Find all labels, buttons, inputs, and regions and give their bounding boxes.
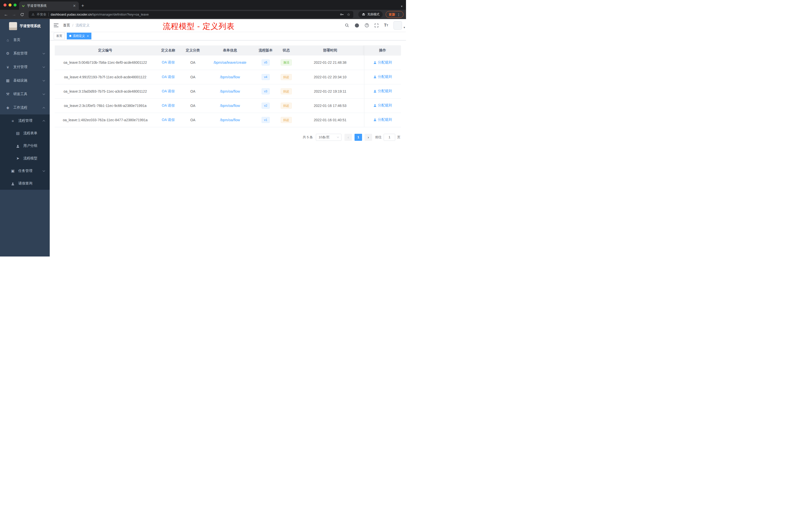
cell-form-info: /bpm/oa/flow xyxy=(205,98,255,113)
cell-form-info: /bpm/oa/leave/create xyxy=(205,56,255,70)
fullscreen-icon[interactable] xyxy=(374,23,379,28)
pagination: 共 5 条 10条/页 ‹ 1 › 前往 页 xyxy=(55,134,401,141)
definition-name-link[interactable]: OA 请假 xyxy=(162,103,174,108)
tag-home[interactable]: 首页 xyxy=(54,33,65,39)
bookmark-star-icon[interactable]: ☆ xyxy=(347,12,350,17)
assign-rule-link[interactable]: 分配规则 xyxy=(373,74,392,79)
address-bar[interactable]: ⚠ 不安全 dashboard.yudao.iocoder.cn/bpm/man… xyxy=(29,11,353,18)
main-area: 首页 / 流程定义 TT ▾ xyxy=(50,19,406,256)
breadcrumb-home-link[interactable]: 首页 xyxy=(63,23,70,28)
tab-strip-chevron-down-icon[interactable]: ▾ xyxy=(401,4,403,8)
page-size-select[interactable]: 10条/页 xyxy=(316,134,342,141)
help-icon[interactable] xyxy=(365,23,369,28)
cell-version: v5 xyxy=(255,56,276,70)
assign-rule-link[interactable]: 分配规则 xyxy=(373,117,392,122)
status-badge: 激活 xyxy=(281,59,292,65)
sidebar-item-label: 基础设施 xyxy=(13,78,27,83)
incognito-label: 无痕模式 xyxy=(367,12,379,17)
definition-name-link[interactable]: OA 请假 xyxy=(162,89,174,93)
form-info-link[interactable]: /bpm/oa/leave/create xyxy=(214,60,246,64)
sidebar-item-home[interactable]: ⌂ 首页 xyxy=(0,33,50,47)
browser-menu-kebab-icon[interactable]: ⋮ xyxy=(397,12,401,17)
goto-page-input[interactable] xyxy=(384,134,395,141)
sidebar-logo[interactable]: 芋道管理系统 xyxy=(0,19,50,33)
workflow-icon: ◈ xyxy=(5,105,10,110)
next-page-button[interactable]: › xyxy=(365,134,372,141)
definition-name-link[interactable]: OA 请假 xyxy=(162,118,174,122)
tag-process-definition[interactable]: 流程定义 × xyxy=(67,33,91,39)
form-info-link[interactable]: /bpm/oa/flow xyxy=(220,118,240,122)
cell-deploy-time: 2022-01-22 21:48:38 xyxy=(296,56,364,70)
url-host: dashboard.yudao.iocoder.cn xyxy=(51,12,92,16)
col-form-info: 表单信息 xyxy=(205,46,255,56)
search-icon[interactable] xyxy=(345,23,349,28)
tag-label: 流程定义 xyxy=(73,34,85,38)
url-text: dashboard.yudao.iocoder.cn/bpm/manager/d… xyxy=(51,12,149,16)
col-category: 定义分类 xyxy=(181,46,205,56)
new-tab-button[interactable]: + xyxy=(79,1,87,10)
github-icon[interactable] xyxy=(354,23,359,28)
tools-icon: ⚒ xyxy=(5,92,10,96)
definition-name-link[interactable]: OA 请假 xyxy=(162,60,174,64)
version-tag: v3 xyxy=(262,88,270,94)
chevron-down-icon xyxy=(43,170,45,172)
tab-close-icon[interactable]: ✕ xyxy=(72,4,76,8)
not-secure-icon: ⚠ xyxy=(32,12,35,16)
zoom-window-button[interactable] xyxy=(13,3,17,6)
definition-name-link[interactable]: OA 请假 xyxy=(162,75,174,79)
sidebar-item-system[interactable]: ⚙ 系统管理 xyxy=(0,47,50,60)
sidebar-item-user-group[interactable]: 用户分组 xyxy=(0,140,50,152)
assign-rule-label: 分配规则 xyxy=(378,117,392,122)
minimize-window-button[interactable] xyxy=(8,3,11,6)
form-info-link[interactable]: /bpm/oa/flow xyxy=(220,104,240,108)
assign-rule-label: 分配规则 xyxy=(378,89,392,93)
cell-definition-name: OA 请假 xyxy=(156,84,181,98)
cell-status: 挂起 xyxy=(276,70,296,84)
sidebar-item-leave-query[interactable]: 请假查询 xyxy=(0,177,50,190)
form-info-link[interactable]: /bpm/oa/flow xyxy=(220,89,240,93)
col-action: 操作 xyxy=(364,46,401,56)
back-button[interactable]: ← xyxy=(2,12,9,17)
browser-toolbar: ← → ⚠ 不安全 dashboard.yudao.iocoder.cn/bpm… xyxy=(0,10,406,19)
prev-page-button[interactable]: ‹ xyxy=(345,134,352,141)
font-size-icon[interactable]: TT xyxy=(384,23,388,28)
cell-definition-name: OA 请假 xyxy=(156,56,181,70)
sidebar-item-payment[interactable]: ¥ 支付管理 xyxy=(0,60,50,74)
page-1-button[interactable]: 1 xyxy=(354,134,362,141)
col-status: 状态 xyxy=(276,46,296,56)
form-info-link[interactable]: /bpm/oa/flow xyxy=(220,75,240,79)
sidebar-item-process-model[interactable]: ➤ 流程模型 xyxy=(0,152,50,164)
chevron-down-icon xyxy=(337,136,339,138)
password-key-icon[interactable] xyxy=(340,12,344,17)
sidebar-item-label: 流程表单 xyxy=(23,131,37,135)
cell-form-info: /bpm/oa/flow xyxy=(205,84,255,98)
sidebar-item-infrastructure[interactable]: ▦ 基础设施 xyxy=(0,74,50,87)
browser-update-button[interactable]: 更新 ⋮ xyxy=(386,11,404,18)
assign-rule-link[interactable]: 分配规则 xyxy=(373,89,392,93)
tag-close-icon[interactable]: × xyxy=(87,34,89,38)
sidebar-item-process-form[interactable]: ▤ 流程表单 xyxy=(0,127,50,140)
browser-tab-strip: 芋道管理系统 ✕ + ▾ xyxy=(0,0,406,10)
reload-button[interactable] xyxy=(19,12,26,17)
sidebar-item-workflow[interactable]: ◈ 工作流程 xyxy=(0,101,50,115)
app-title: 芋道管理系统 xyxy=(20,24,41,28)
hamburger-icon[interactable] xyxy=(54,24,58,27)
sidebar-item-devtools[interactable]: ⚒ 研发工具 xyxy=(0,87,50,101)
assign-rule-link[interactable]: 分配规则 xyxy=(373,60,392,65)
cell-category: OA xyxy=(181,56,205,70)
sidebar-item-process-management[interactable]: ≡ 流程管理 xyxy=(0,115,50,127)
user-avatar[interactable]: ▾ xyxy=(394,21,402,30)
assign-rule-link[interactable]: 分配规则 xyxy=(373,103,392,108)
person-icon xyxy=(373,104,377,107)
forward-button[interactable]: → xyxy=(10,12,18,17)
tab-title: 芋道管理系统 xyxy=(27,3,70,8)
window-controls xyxy=(3,0,17,10)
table-row: oa_leave:1:482ec033-762a-11ec-8477-a2380… xyxy=(55,113,401,127)
sidebar-item-task-management[interactable]: ▣ 任务管理 xyxy=(0,164,50,177)
close-window-button[interactable] xyxy=(3,3,6,6)
sidebar-item-label: 支付管理 xyxy=(13,65,27,69)
security-warning-label: 不安全 xyxy=(37,12,47,17)
breadcrumb: 首页 / 流程定义 xyxy=(63,23,90,28)
avatar xyxy=(394,21,402,30)
browser-tab[interactable]: 芋道管理系统 ✕ xyxy=(19,1,79,10)
